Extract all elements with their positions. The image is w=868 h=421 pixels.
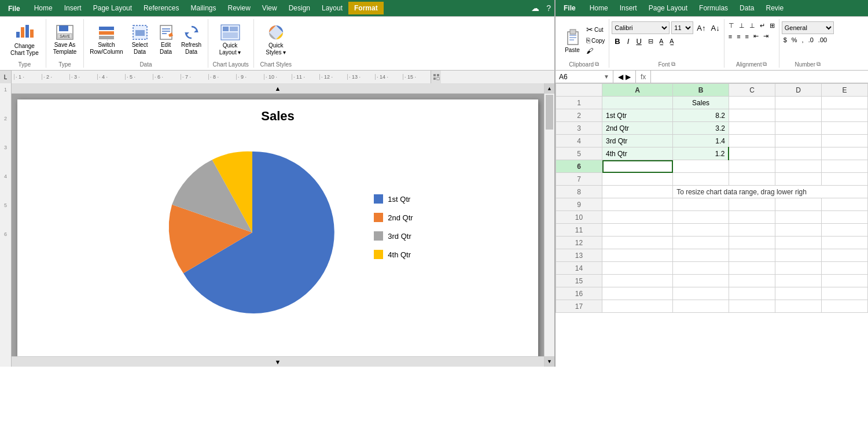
copy-button[interactable]: ⎘ Copy xyxy=(584,36,606,45)
cell-a3[interactable]: 2nd Qtr xyxy=(602,122,673,135)
cell-e2[interactable] xyxy=(821,109,867,122)
cell-b15[interactable] xyxy=(673,275,729,287)
change-chart-type-button[interactable]: ChangeChart Type xyxy=(7,20,42,59)
cell-d9[interactable] xyxy=(775,198,821,211)
bold-button[interactable]: B xyxy=(612,36,623,47)
formulas-menu-right[interactable]: Formulas xyxy=(693,2,734,14)
cell-a5[interactable]: 4th Qtr xyxy=(602,147,673,160)
spreadsheet-scroll-area[interactable]: A B C D E 1 Sales xyxy=(556,83,868,367)
cell-c9[interactable] xyxy=(729,198,775,211)
col-header-c[interactable]: C xyxy=(729,84,775,97)
scroll-down-button[interactable]: ▼ xyxy=(12,356,544,367)
insert-menu-left[interactable]: Insert xyxy=(58,2,87,14)
review-menu-left[interactable]: Review xyxy=(222,2,256,14)
formula-back-button[interactable]: ◀ xyxy=(618,73,623,81)
format-painter-button[interactable]: 🖌 xyxy=(584,46,606,56)
decrease-indent-button[interactable]: ⇤ xyxy=(752,32,760,40)
col-header-d[interactable]: D xyxy=(775,84,821,97)
align-right-button[interactable]: ≡ xyxy=(744,32,751,40)
cell-e4[interactable] xyxy=(821,135,867,147)
file-menu-left[interactable]: File xyxy=(0,2,28,15)
cell-d7[interactable] xyxy=(775,173,821,186)
formula-forward-button[interactable]: ▶ xyxy=(626,73,631,81)
col-header-e[interactable]: E xyxy=(821,84,867,97)
cell-b17[interactable] xyxy=(673,300,729,313)
fill-color-button[interactable]: A̲ xyxy=(657,36,666,46)
save-as-template-button[interactable]: SAVE Save AsTemplate xyxy=(50,22,80,58)
cell-c12[interactable] xyxy=(729,237,775,249)
cell-d14[interactable] xyxy=(775,262,821,275)
scrollbar-thumb[interactable] xyxy=(546,95,553,130)
cell-a16[interactable] xyxy=(602,287,673,300)
quick-styles-button[interactable]: QuickStyles ▾ xyxy=(259,21,293,58)
cell-d5[interactable] xyxy=(775,147,821,160)
cell-a9[interactable] xyxy=(602,198,673,211)
font-color-button[interactable]: A̲ xyxy=(667,36,676,46)
scroll-up-button[interactable]: ▲ xyxy=(12,83,544,94)
home-menu-left[interactable]: Home xyxy=(28,2,58,14)
currency-button[interactable]: $ xyxy=(782,36,789,44)
cell-a12[interactable] xyxy=(602,237,673,249)
chart-container[interactable]: Sales xyxy=(27,109,529,352)
references-menu-left[interactable]: References xyxy=(138,2,185,14)
cell-d3[interactable] xyxy=(775,122,821,135)
cell-b11[interactable] xyxy=(673,224,729,237)
percent-button[interactable]: % xyxy=(790,36,799,44)
cell-d11[interactable] xyxy=(775,224,821,237)
align-top-button[interactable]: ⊤ xyxy=(727,21,736,30)
cell-b7[interactable] xyxy=(673,173,729,186)
cell-e9[interactable] xyxy=(821,198,867,211)
cell-b13[interactable] xyxy=(673,249,729,262)
cell-c14[interactable] xyxy=(729,262,775,275)
mailings-menu-left[interactable]: Mailings xyxy=(185,2,222,14)
increase-decimal-button[interactable]: .00 xyxy=(816,36,829,44)
cell-e12[interactable] xyxy=(821,237,867,249)
cell-c11[interactable] xyxy=(729,224,775,237)
merge-center-button[interactable]: ⊞ xyxy=(768,21,777,30)
cell-b12[interactable] xyxy=(673,237,729,249)
cell-d16[interactable] xyxy=(775,287,821,300)
cell-c1[interactable] xyxy=(729,97,775,109)
design-menu-left[interactable]: Design xyxy=(283,2,316,14)
cloud-save-icon[interactable]: ☁ xyxy=(528,3,543,13)
cell-d4[interactable] xyxy=(775,135,821,147)
font-family-select[interactable]: Calibri xyxy=(612,21,670,34)
paste-button[interactable]: Paste xyxy=(561,26,583,54)
cell-a4[interactable]: 3rd Qtr xyxy=(602,135,673,147)
quick-layout-button[interactable]: QuickLayout ▾ xyxy=(213,21,248,58)
cell-c7[interactable] xyxy=(729,173,775,186)
cell-a7[interactable] xyxy=(602,173,673,186)
cell-b10[interactable] xyxy=(673,211,729,224)
cell-b4[interactable]: 1.4 xyxy=(673,135,729,147)
edit-data-button[interactable]: EditData xyxy=(155,22,178,58)
decrease-decimal-button[interactable]: .0 xyxy=(807,36,815,44)
border-button[interactable]: ⊟ xyxy=(646,36,656,46)
font-expand-icon[interactable]: ⧉ xyxy=(671,61,675,68)
alignment-expand-icon[interactable]: ⧉ xyxy=(763,61,767,68)
cell-a11[interactable] xyxy=(602,224,673,237)
cell-b9[interactable] xyxy=(673,198,729,211)
wrap-text-button[interactable]: ↵ xyxy=(758,21,767,30)
font-size-select[interactable]: 11 xyxy=(671,21,693,34)
cell-c16[interactable] xyxy=(729,287,775,300)
scrollbar-down-button[interactable]: ▼ xyxy=(545,356,554,367)
cell-b1[interactable]: Sales xyxy=(673,97,729,109)
cell-d6[interactable] xyxy=(775,160,821,173)
cell-a13[interactable] xyxy=(602,249,673,262)
format-menu-left[interactable]: Format xyxy=(348,2,384,14)
cell-ref-dropdown-icon[interactable]: ▼ xyxy=(604,73,609,80)
font-shrink-button[interactable]: A↓ xyxy=(709,23,722,33)
file-menu-right[interactable]: File xyxy=(556,2,584,14)
cell-c15[interactable] xyxy=(729,275,775,287)
cell-e11[interactable] xyxy=(821,224,867,237)
number-expand-icon[interactable]: ⧉ xyxy=(816,61,821,68)
cell-c13[interactable] xyxy=(729,249,775,262)
font-grow-button[interactable]: A↑ xyxy=(695,23,707,33)
cell-e13[interactable] xyxy=(821,249,867,262)
home-menu-right[interactable]: Home xyxy=(584,2,614,14)
cell-e5[interactable] xyxy=(821,147,867,160)
cell-b3[interactable]: 3.2 xyxy=(673,122,729,135)
page-layout-menu-left[interactable]: Page Layout xyxy=(87,2,138,14)
cell-d10[interactable] xyxy=(775,211,821,224)
view-menu-left[interactable]: View xyxy=(256,2,283,14)
